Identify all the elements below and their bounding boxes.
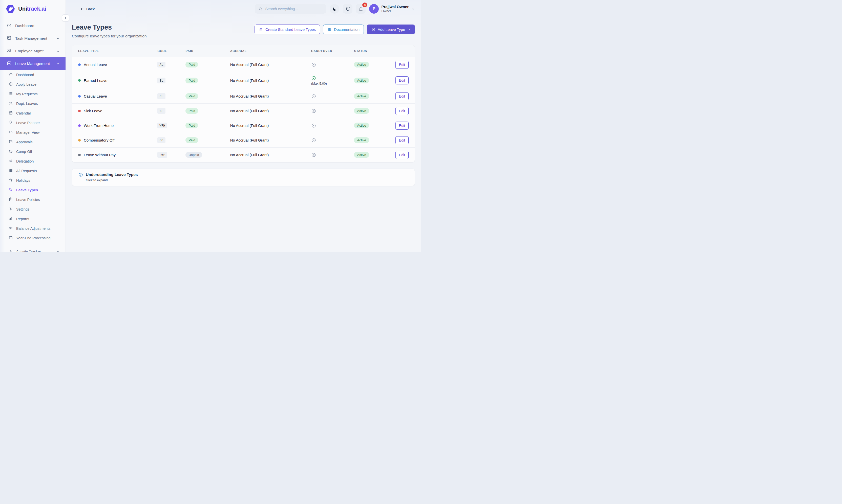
column-header-leave-type: LEAVE TYPE [78, 49, 157, 53]
leave-code-chip: EL [157, 77, 165, 84]
sidebar-subitem-dashboard[interactable]: Dashboard [0, 70, 66, 79]
sidebar-subitem-approvals[interactable]: Approvals [0, 137, 66, 147]
sidebar-divider [4, 245, 62, 245]
x-circle-icon [311, 123, 354, 128]
kanban-icon [6, 35, 12, 41]
search-icon [258, 7, 263, 11]
dark-mode-toggle[interactable] [330, 4, 339, 14]
paid-badge: Paid [186, 123, 198, 128]
x-circle-icon [311, 94, 354, 99]
activity-icon [8, 249, 13, 252]
status-badge: Active [354, 123, 369, 128]
create-standard-leave-types-button[interactable]: Create Standard Leave Types [255, 24, 320, 34]
sidebar-subitem-manager-view[interactable]: Manager View [0, 128, 66, 137]
edit-button[interactable]: Edit [395, 122, 409, 130]
notifications-button[interactable]: 3 [356, 4, 366, 14]
sidebar-subitem-settings[interactable]: Settings [0, 204, 66, 214]
add-leave-type-button[interactable]: Add Leave Type [367, 24, 415, 34]
status-badge: Active [354, 77, 369, 84]
bell-icon [359, 6, 363, 11]
clock-icon [8, 149, 13, 154]
leave-code-chip: SL [157, 108, 165, 114]
main-area: Back 3 P [66, 0, 421, 252]
sidebar-subitem-leave-planner[interactable]: Leave Planner [0, 118, 66, 128]
leave-code-chip: LWP [157, 152, 167, 158]
notification-badge: 3 [362, 2, 367, 7]
chevron-left-icon [64, 16, 67, 20]
users-icon [8, 101, 13, 106]
chevron-down-icon [411, 7, 415, 11]
sidebar-subitem-dept-leaves[interactable]: Dept. Leaves [0, 99, 66, 108]
leave-color-dot [78, 110, 81, 112]
sidebar-item-dashboard[interactable]: Dashboard [0, 19, 66, 32]
sidebar-subitem-all-requests[interactable]: All Requests [0, 166, 66, 176]
x-circle-icon [311, 138, 354, 143]
paid-badge: Paid [186, 62, 198, 68]
lightbulb-icon [8, 120, 13, 125]
sidebar-subitem-comp-off[interactable]: Comp-Off [0, 147, 66, 157]
gauge-icon [8, 130, 13, 135]
sliders-icon [8, 226, 13, 231]
sidebar: Unitrack.ai Dashboard Task Management Em… [0, 0, 66, 252]
leave-name: Casual Leave [84, 94, 107, 98]
edit-button[interactable]: Edit [395, 92, 409, 100]
brand-logo[interactable]: Unitrack.ai [0, 0, 66, 18]
sidebar-subitem-calendar[interactable]: Calendar [0, 108, 66, 118]
sidebar-subitem-holidays[interactable]: Holidays [0, 176, 66, 185]
sidebar-subitem-delegation[interactable]: Delegation [0, 157, 66, 166]
leave-name: Compensatory Off [84, 138, 114, 142]
help-circle-icon [78, 172, 83, 177]
sidebar-subitem-leave-policies[interactable]: Leave Policies [0, 195, 66, 204]
accrual-text: No Accrual (Full Grant) [230, 94, 311, 98]
avatar: P [369, 4, 379, 14]
edit-button[interactable]: Edit [395, 136, 409, 144]
sidebar-item-activity-tracker[interactable]: Activity Tracker [0, 247, 66, 252]
search-input[interactable] [265, 7, 323, 11]
box-play-icon [259, 27, 263, 32]
sidebar-item-leave-management[interactable]: Leave Management [0, 57, 66, 70]
user-menu[interactable]: P Prajjwal Owner Owner [369, 4, 415, 14]
list-icon [8, 91, 13, 96]
edit-button[interactable]: Edit [395, 76, 409, 85]
sidebar-subitem-my-requests[interactable]: My Requests [0, 89, 66, 99]
moon-icon [332, 6, 337, 11]
sidebar-subitem-reports[interactable]: Reports [0, 214, 66, 224]
table-row: Earned Leave EL Paid No Accrual (Full Gr… [72, 72, 415, 89]
list-icon [8, 168, 13, 174]
leave-color-dot [78, 95, 81, 97]
carryover-max-note: (Max 5.00) [311, 82, 354, 86]
chevron-up-icon [56, 62, 60, 66]
chevron-down-icon [56, 49, 60, 53]
back-button[interactable]: Back [80, 7, 94, 11]
edit-button[interactable]: Edit [395, 107, 409, 115]
topbar-right: 3 P Prajjwal Owner Owner [255, 4, 415, 14]
table-row: Sick Leave SL Paid No Accrual (Full Gran… [72, 103, 415, 118]
edit-button[interactable]: Edit [395, 151, 409, 159]
user-name: Prajjwal Owner [381, 4, 409, 10]
leave-code-chip: CL [157, 93, 165, 99]
sidebar-subitem-leave-types[interactable]: Leave Types [0, 185, 66, 195]
leave-color-dot [78, 124, 81, 127]
calendar-icon [8, 111, 13, 116]
check-square-icon [8, 140, 13, 145]
x-circle-icon [311, 152, 354, 158]
search-box[interactable] [255, 4, 326, 14]
sidebar-item-task-management[interactable]: Task Management [0, 32, 66, 45]
calendar-check-icon [6, 61, 12, 67]
sidebar-subitem-year-end-processing[interactable]: Year-End Processing [0, 233, 66, 243]
accrual-text: No Accrual (Full Grant) [230, 123, 311, 128]
calendar-blank-icon [8, 236, 13, 241]
documentation-button[interactable]: Documentation [323, 24, 364, 34]
edit-button[interactable]: Edit [395, 61, 409, 69]
accrual-text: No Accrual (Full Grant) [230, 78, 311, 83]
column-header-status: STATUS [354, 49, 385, 53]
sidebar-item-employee-mgmt[interactable]: Employee Mgmt [0, 45, 66, 57]
alarm-button[interactable] [343, 4, 353, 14]
sidebar-subitem-balance-adjustments[interactable]: Balance Adjustments [0, 224, 66, 233]
sidebar-subitem-apply-leave[interactable]: Apply Leave [0, 79, 66, 89]
plus-circle-icon [8, 82, 13, 87]
understanding-leave-types-card[interactable]: Understanding Leave Types click to expan… [72, 168, 415, 186]
leave-name: Work From Home [84, 123, 114, 128]
arrow-left-icon [80, 7, 84, 11]
sidebar-collapse-button[interactable] [62, 14, 69, 21]
